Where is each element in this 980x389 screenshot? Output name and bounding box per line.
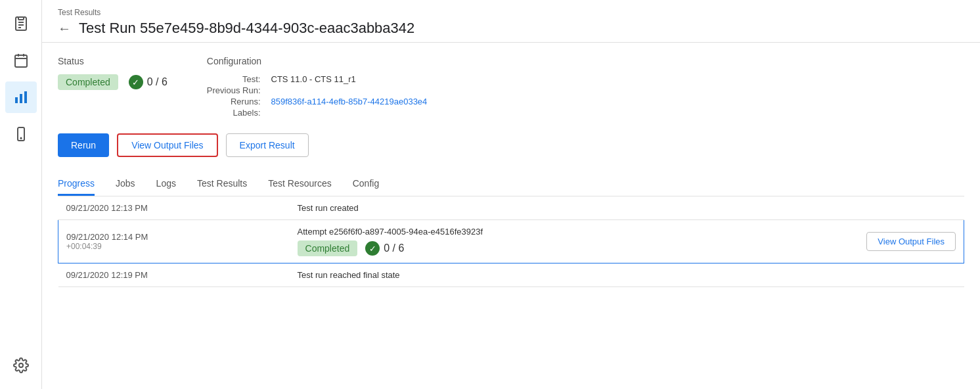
table-row-attempt: 09/21/2020 12:14 PM +00:04:39 Attempt e2… [58,220,964,263]
svg-rect-4 [15,55,27,67]
tab-test-resources[interactable]: Test Resources [268,173,331,196]
config-val-labels [271,108,428,118]
description-cell-final: Test run reached final state [290,263,733,287]
status-badge: Completed [58,74,118,90]
description-cell: Test run created [290,196,733,220]
progress-table: 09/21/2020 12:13 PM Test run created 09/… [58,196,964,287]
tabs: Progress Jobs Logs Test Results Test Res… [58,173,964,196]
config-section: Configuration Test: CTS 11.0 - CTS 11_r1… [207,56,427,118]
sidebar-item-calendar[interactable] [5,45,37,76]
config-val-prevrun [271,85,428,95]
tab-test-results[interactable]: Test Results [197,173,247,196]
timestamp-final: 09/21/2020 12:19 PM [66,270,282,280]
config-val-test: CTS 11.0 - CTS 11_r1 [271,74,428,84]
duration: +00:04:39 [66,242,282,251]
status-row: Completed ✓ 0 / 6 [58,74,167,90]
config-table: Test: CTS 11.0 - CTS 11_r1 Previous Run:… [207,74,427,118]
time-cell: 09/21/2020 12:13 PM [58,196,290,220]
svg-point-13 [19,363,23,367]
action-buttons: Rerun View Output Files Export Result [58,133,964,157]
tab-jobs[interactable]: Jobs [116,173,135,196]
config-key-labels: Labels: [207,108,261,118]
time-cell-final: 09/21/2020 12:19 PM [58,263,290,287]
status-label: Status [58,56,167,66]
content-area: Status Completed ✓ 0 / 6 Configuration T… [42,43,980,389]
attempt-view-output-button[interactable]: View Output Files [866,232,956,251]
tab-config[interactable]: Config [353,173,379,196]
page-title: Test Run 55e7e459-8b9d-4344-903c-eaac3ab… [79,20,414,37]
timestamp-attempt: 09/21/2020 12:14 PM [66,232,282,242]
main-content: Test Results ← Test Run 55e7e459-8b9d-43… [42,0,980,389]
top-section: Status Completed ✓ 0 / 6 Configuration T… [58,56,964,118]
svg-rect-8 [15,97,18,103]
svg-rect-0 [18,17,24,20]
status-section: Status Completed ✓ 0 / 6 [58,56,167,118]
tab-progress[interactable]: Progress [58,173,95,196]
sidebar-item-device[interactable] [5,118,37,150]
table-row: 09/21/2020 12:13 PM Test run created [58,196,964,220]
table-row-final: 09/21/2020 12:19 PM Test run reached fin… [58,263,964,287]
config-key-reruns: Reruns: [207,97,261,106]
pass-count: ✓ 0 / 6 [129,75,167,89]
tab-logs[interactable]: Logs [156,173,176,196]
config-label: Configuration [207,56,427,66]
attempt-actions: View Output Files [732,220,964,263]
rerun-button[interactable]: Rerun [58,133,109,157]
config-val-reruns[interactable]: 859f836f-a114-4efb-85b7-44219ae033e4 [271,97,428,106]
attempt-pass-count: ✓ 0 / 6 [365,241,404,256]
attempt-check-icon: ✓ [365,241,380,256]
attempt-details: Attempt e256f6f0-a897-4005-94ea-e4516fe3… [298,227,725,256]
sidebar-item-settings[interactable] [5,350,37,381]
config-key-prevrun: Previous Run: [207,85,261,95]
config-key-test: Test: [207,74,261,84]
attempt-status-badge: Completed [298,240,358,256]
attempt-cell: Attempt e256f6f0-a897-4005-94ea-e4516fe3… [290,220,733,263]
attempt-id: Attempt e256f6f0-a897-4005-94ea-e4516fe3… [298,227,725,237]
timestamp: 09/21/2020 12:13 PM [66,203,282,213]
empty-cell [732,263,964,287]
back-button[interactable]: ← [58,22,71,35]
sidebar-item-chart[interactable] [5,81,37,113]
header: Test Results ← Test Run 55e7e459-8b9d-43… [42,0,980,43]
view-output-files-button[interactable]: View Output Files [117,133,217,157]
export-result-button[interactable]: Export Result [226,133,309,157]
sidebar-item-clipboard[interactable] [5,8,37,39]
svg-rect-9 [20,94,22,103]
time-cell-attempt: 09/21/2020 12:14 PM +00:04:39 [58,220,290,263]
pass-count-value: 0 / 6 [147,76,167,88]
svg-rect-10 [24,91,27,103]
attempt-pass-count-value: 0 / 6 [384,242,404,254]
check-icon: ✓ [129,75,143,89]
attempt-status-row: Completed ✓ 0 / 6 [298,240,725,256]
sidebar [0,0,42,389]
breadcrumb: Test Results [58,8,964,17]
